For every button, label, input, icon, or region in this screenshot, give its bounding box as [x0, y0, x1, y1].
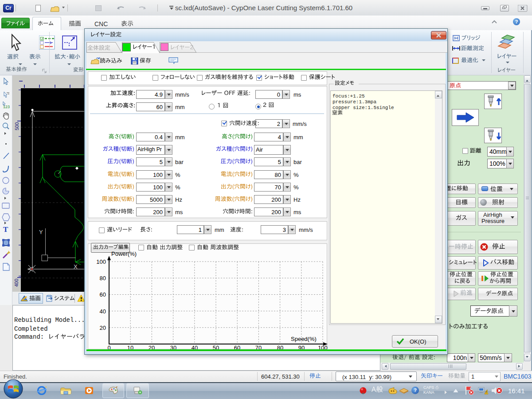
svg-text:400: 400: [14, 279, 19, 287]
svg-text:60: 60: [100, 291, 106, 298]
svg-text:!: !: [486, 391, 487, 394]
svg-text:500: 500: [14, 122, 20, 130]
svg-text:Speed(%): Speed(%): [291, 336, 317, 342]
svg-text:Power(%): Power(%): [111, 250, 137, 257]
svg-text:20: 20: [100, 325, 106, 331]
svg-text:123: 123: [3, 105, 10, 109]
svg-text:40: 40: [100, 308, 106, 315]
svg-text:X: X: [74, 263, 78, 270]
svg-text:Y: Y: [39, 229, 43, 235]
svg-text:100: 100: [96, 258, 106, 265]
svg-text:80: 80: [100, 275, 106, 282]
